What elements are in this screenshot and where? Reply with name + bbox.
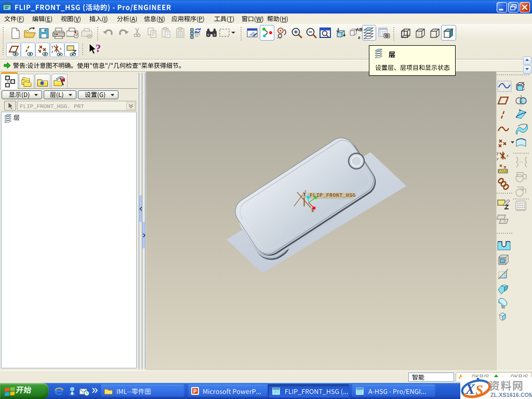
svg-text:P: P <box>193 389 197 394</box>
svg-text:X: X <box>465 381 475 397</box>
svg-text:x: x <box>507 154 509 157</box>
svg-text:S: S <box>475 382 483 398</box>
svg-text:y: y <box>51 45 54 49</box>
svg-text:?: ? <box>96 43 101 54</box>
svg-text:x: x <box>60 47 62 50</box>
svg-text:z: z <box>51 50 54 54</box>
svg-text:z: z <box>497 157 499 161</box>
svg-text:y: y <box>497 151 499 155</box>
